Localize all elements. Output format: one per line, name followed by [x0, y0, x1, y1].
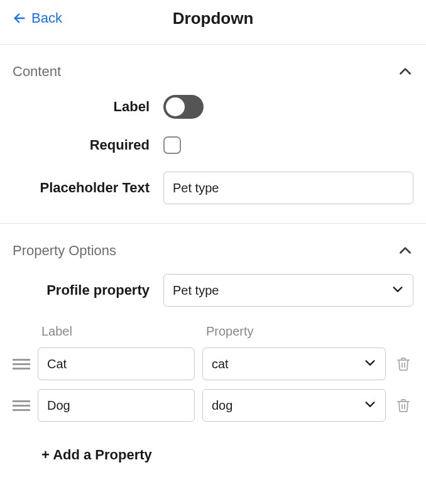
back-label: Back [31, 10, 62, 26]
property-options-section-body: Profile property Label Property [0, 274, 426, 482]
delete-option-button[interactable] [393, 354, 413, 374]
profile-property-row: Profile property [13, 274, 413, 307]
drag-handle-icon[interactable] [13, 356, 30, 372]
chevron-up-icon [397, 63, 413, 80]
placeholder-row: Placeholder Text [13, 172, 413, 204]
drag-handle-icon[interactable] [13, 398, 30, 414]
trash-icon [396, 398, 411, 413]
page-header: Back Dropdown [0, 0, 426, 44]
option-property-select[interactable] [202, 389, 386, 422]
content-section: Content Label Required Placeholder Text [0, 44, 426, 223]
option-property-select[interactable] [202, 348, 386, 380]
required-row: Required [13, 136, 413, 154]
profile-property-label: Profile property [13, 282, 163, 299]
label-row: Label [13, 95, 413, 119]
profile-property-select[interactable] [163, 274, 413, 307]
content-section-body: Label Required Placeholder Text [0, 95, 426, 223]
required-field-label: Required [13, 137, 163, 153]
property-options-section-toggle[interactable]: Property Options [0, 224, 426, 274]
options-table: Label Property [13, 324, 413, 463]
content-section-title: Content [13, 63, 61, 80]
placeholder-input[interactable] [163, 172, 413, 204]
col-label-header: Label [41, 324, 206, 339]
label-field-label: Label [13, 99, 163, 115]
back-button[interactable]: Back [13, 10, 62, 26]
toggle-knob [166, 97, 185, 116]
trash-icon [396, 356, 411, 371]
col-property-header: Property [206, 324, 413, 339]
property-options-section-title: Property Options [13, 243, 116, 259]
required-checkbox[interactable] [163, 136, 181, 154]
add-property-button[interactable]: + Add a Property [41, 447, 152, 463]
label-toggle[interactable] [163, 95, 204, 119]
option-label-input[interactable] [38, 389, 195, 422]
option-row [13, 348, 413, 380]
property-options-section: Property Options Profile property Label … [0, 223, 426, 482]
placeholder-field-label: Placeholder Text [13, 180, 163, 196]
option-row [13, 389, 413, 422]
options-head: Label Property [13, 324, 413, 339]
option-label-input[interactable] [38, 348, 195, 380]
arrow-left-icon [13, 11, 26, 25]
content-section-toggle[interactable]: Content [0, 45, 426, 95]
chevron-up-icon [397, 243, 413, 259]
delete-option-button[interactable] [393, 395, 413, 415]
page-title: Dropdown [0, 9, 426, 28]
